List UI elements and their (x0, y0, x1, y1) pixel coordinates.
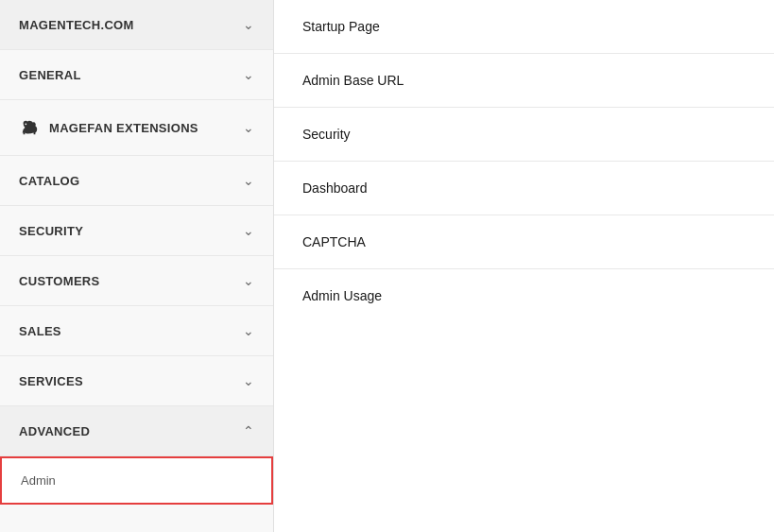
content-item-admin-base-url[interactable]: Admin Base URL (274, 54, 774, 108)
sidebar-item-left: GENERAL (19, 68, 81, 82)
sidebar-item-left: CATALOG (19, 174, 79, 188)
sidebar-item-left: ADVANCED (19, 424, 90, 438)
sidebar-item-services[interactable]: SERVICES ⌄ (0, 356, 273, 406)
chevron-down-icon: ⌄ (243, 373, 254, 388)
svg-point-0 (25, 123, 26, 125)
sidebar-item-catalog[interactable]: CATALOG ⌄ (0, 156, 273, 206)
sidebar-item-label-magefan: MAGEFAN EXTENSIONS (49, 121, 198, 135)
sidebar-item-sales[interactable]: SALES ⌄ (0, 306, 273, 356)
chevron-down-icon: ⌄ (243, 17, 254, 32)
sidebar-item-label-magentech: MAGENTECH.COM (19, 18, 134, 32)
sidebar-item-left: SECURITY (19, 224, 83, 238)
chevron-down-icon: ⌄ (243, 120, 254, 135)
sidebar-item-advanced[interactable]: ADVANCED ⌃ (0, 406, 273, 456)
sidebar-item-label-sales: SALES (19, 324, 61, 338)
sidebar: MAGENTECH.COM ⌄ GENERAL ⌄ MAGEFAN EXTENS… (0, 0, 274, 532)
sidebar-item-left: MAGEFAN EXTENSIONS (19, 117, 198, 138)
content-item-label-dashboard: Dashboard (302, 180, 368, 196)
content-item-label-captcha: CAPTCHA (302, 234, 366, 249)
content-item-admin-usage[interactable]: Admin Usage (274, 269, 774, 322)
sidebar-item-label-customers: CUSTOMERS (19, 274, 100, 288)
content-item-dashboard[interactable]: Dashboard (274, 162, 774, 215)
content-item-label-admin-base-url: Admin Base URL (302, 73, 404, 88)
sidebar-item-left: MAGENTECH.COM (19, 18, 134, 32)
content-item-security[interactable]: Security (274, 108, 774, 162)
chevron-down-icon: ⌄ (243, 323, 254, 338)
sidebar-item-security[interactable]: SECURITY ⌄ (0, 206, 273, 256)
sidebar-item-customers[interactable]: CUSTOMERS ⌄ (0, 256, 273, 306)
mammoth-icon (19, 117, 40, 138)
sidebar-item-label-security: SECURITY (19, 224, 83, 238)
sidebar-subitem-admin[interactable]: Admin (0, 456, 273, 505)
content-item-startup-page[interactable]: Startup Page (274, 0, 774, 54)
sidebar-item-label-advanced: ADVANCED (19, 424, 90, 438)
sidebar-item-label-general: GENERAL (19, 68, 81, 82)
chevron-up-icon: ⌃ (243, 423, 254, 438)
chevron-down-icon: ⌄ (243, 223, 254, 238)
content-item-captcha[interactable]: CAPTCHA (274, 215, 774, 269)
sidebar-item-magefan[interactable]: MAGEFAN EXTENSIONS ⌄ (0, 100, 273, 156)
chevron-down-icon: ⌄ (243, 173, 254, 188)
sidebar-item-left: CUSTOMERS (19, 274, 100, 288)
chevron-down-icon: ⌄ (243, 273, 254, 288)
sidebar-item-label-services: SERVICES (19, 374, 83, 388)
sidebar-item-left: SERVICES (19, 374, 83, 388)
sidebar-subitem-label-admin: Admin (21, 473, 56, 488)
sidebar-item-magentech[interactable]: MAGENTECH.COM ⌄ (0, 0, 273, 50)
sidebar-item-label-catalog: CATALOG (19, 174, 79, 188)
sidebar-item-general[interactable]: GENERAL ⌄ (0, 50, 273, 100)
content-panel: Startup Page Admin Base URL Security Das… (274, 0, 774, 532)
chevron-down-icon: ⌄ (243, 67, 254, 82)
content-item-label-startup-page: Startup Page (302, 19, 380, 34)
sidebar-item-left: SALES (19, 324, 61, 338)
content-item-label-security: Security (302, 127, 351, 142)
content-item-label-admin-usage: Admin Usage (302, 288, 382, 303)
